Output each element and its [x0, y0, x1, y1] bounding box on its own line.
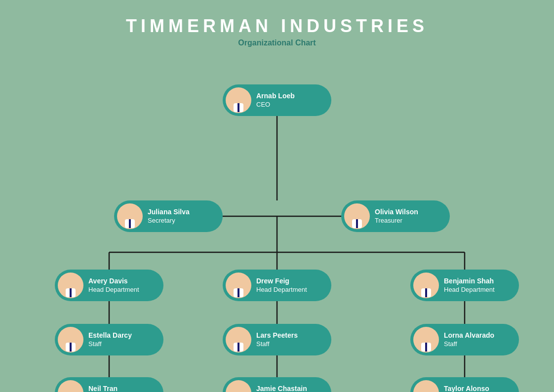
node-text-staff2b: Jamie Chastain Staff	[256, 384, 307, 392]
avatar-ceo	[226, 87, 251, 113]
avatar-staff1b	[58, 380, 83, 392]
node-text-staff1b: Neil Tran Staff	[88, 384, 118, 392]
svg-point-15	[234, 92, 243, 102]
svg-rect-32	[425, 288, 427, 297]
svg-rect-29	[237, 288, 239, 297]
avatar-staff1a	[58, 327, 83, 353]
page-subtitle: Organizational Chart	[238, 39, 316, 47]
svg-rect-20	[129, 219, 131, 228]
svg-rect-23	[356, 219, 358, 228]
svg-point-27	[234, 277, 243, 287]
node-head3: Benjamin Shah Head Department	[410, 270, 519, 301]
avatar-secretary	[117, 203, 143, 229]
svg-point-39	[421, 332, 431, 342]
node-text-staff3b: Taylor Alonso Staff	[444, 384, 489, 392]
svg-rect-41	[425, 343, 427, 352]
svg-point-48	[421, 385, 431, 392]
node-staff1b: Neil Tran Staff	[55, 377, 163, 392]
node-text-staff3a: Lorna Alvarado Staff	[444, 331, 494, 348]
avatar-staff2a	[226, 327, 251, 353]
page-title: TIMMERMAN INDUSTRIES	[126, 16, 428, 37]
node-secretary: Juliana Silva Secretary	[114, 200, 223, 232]
svg-point-24	[66, 277, 76, 287]
node-staff3a: Lorna Alvarado Staff	[410, 324, 519, 355]
avatar-head1	[58, 273, 83, 298]
node-head1: Avery Davis Head Department	[55, 270, 163, 301]
node-text-ceo: Arnab Loeb CEO	[256, 91, 295, 109]
node-staff2a: Lars Peeters Staff	[223, 324, 331, 355]
avatar-treasurer	[344, 203, 370, 229]
svg-rect-35	[70, 343, 72, 352]
node-head2: Drew Feig Head Department	[223, 270, 331, 301]
svg-point-36	[234, 332, 243, 342]
node-text-staff2a: Lars Peeters Staff	[256, 331, 298, 348]
node-text-head3: Benjamin Shah Head Department	[444, 276, 495, 294]
avatar-staff2b	[226, 380, 251, 392]
avatar-staff3a	[413, 327, 439, 353]
svg-point-45	[234, 385, 243, 392]
svg-rect-26	[70, 288, 72, 297]
svg-point-18	[125, 208, 135, 218]
avatar-head2	[226, 273, 251, 298]
svg-rect-38	[237, 343, 239, 352]
org-chart: Arnab Loeb CEO Juliana Silva Secretary	[5, 57, 549, 392]
svg-rect-17	[237, 103, 239, 112]
node-staff3b: Taylor Alonso Staff	[410, 377, 519, 392]
svg-point-42	[66, 385, 76, 392]
node-text-treasurer: Olivia Wilson Treasurer	[375, 207, 418, 225]
svg-point-30	[421, 277, 431, 287]
node-text-staff1a: Estella Darcy Staff	[88, 331, 132, 348]
node-treasurer: Olivia Wilson Treasurer	[341, 200, 450, 232]
node-staff2b: Jamie Chastain Staff	[223, 377, 331, 392]
avatar-staff3b	[413, 380, 439, 392]
node-text-head1: Avery Davis Head Department	[88, 276, 139, 294]
node-staff1a: Estella Darcy Staff	[55, 324, 163, 355]
svg-point-21	[352, 208, 362, 218]
node-text-secretary: Juliana Silva Secretary	[148, 207, 190, 225]
node-text-head2: Drew Feig Head Department	[256, 276, 307, 294]
svg-point-33	[66, 332, 76, 342]
node-ceo: Arnab Loeb CEO	[223, 84, 331, 116]
avatar-head3	[413, 273, 439, 298]
